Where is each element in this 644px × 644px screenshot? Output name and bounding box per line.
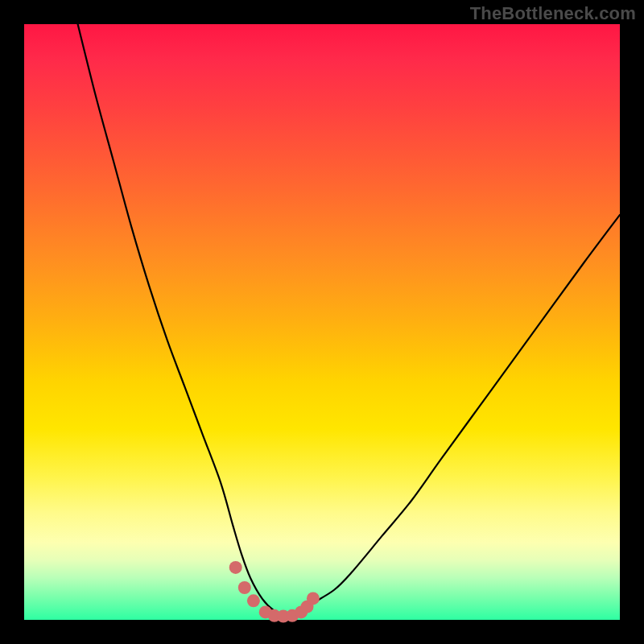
bottleneck-dot	[229, 561, 242, 574]
chart-svg	[24, 24, 620, 620]
bottleneck-dot	[247, 594, 260, 607]
bottleneck-curve	[78, 24, 620, 617]
watermark-text: TheBottleneck.com	[470, 3, 636, 24]
chart-frame: TheBottleneck.com	[0, 0, 644, 644]
bottleneck-dot	[307, 592, 320, 605]
bottleneck-dots	[229, 561, 320, 623]
bottleneck-dot	[238, 581, 251, 594]
plot-area	[24, 24, 620, 620]
